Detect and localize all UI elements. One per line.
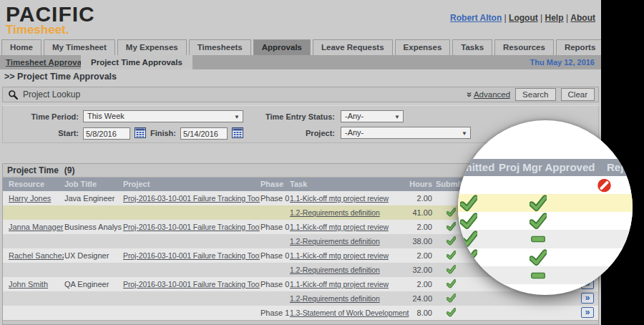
- clear-button[interactable]: Clear: [561, 88, 595, 101]
- tab-expenses[interactable]: Expenses: [395, 39, 451, 55]
- magnified-approved-dash-icon: [530, 272, 546, 278]
- brand-logo: PACIFIC Timesheet.: [6, 4, 95, 36]
- start-label: Start:: [4, 129, 79, 137]
- project-select[interactable]: -Any- ▼: [341, 127, 471, 139]
- link-about[interactable]: About: [570, 13, 595, 23]
- col-job-title: Job Title: [64, 178, 97, 191]
- link-help[interactable]: Help: [545, 13, 564, 23]
- tab-approvals[interactable]: Approvals: [253, 39, 311, 55]
- magnified-col-proj-mgr-approved: Proj Mgr Approved: [499, 159, 595, 176]
- job-title-cell: UX Designer: [64, 248, 122, 263]
- search-button[interactable]: Search: [515, 88, 555, 101]
- lookup-title: Project Lookup: [23, 87, 80, 102]
- dropdown-arrow-icon: ▼: [462, 128, 467, 139]
- subtab-timesheet-approvals[interactable]: Timesheet Approvals: [6, 55, 89, 69]
- time-entry-status-value: -Any-: [345, 112, 364, 120]
- start-date-input[interactable]: [83, 127, 130, 140]
- advanced-link[interactable]: » Advanced: [467, 90, 510, 99]
- user-name-link[interactable]: Robert Alton: [450, 13, 502, 23]
- dropdown-arrow-icon: ▼: [394, 112, 400, 122]
- job-title-cell: QA Engineer: [64, 277, 122, 291]
- magnified-approved-dash-icon: [530, 236, 546, 243]
- tab-leave-requests[interactable]: Leave Requests: [313, 39, 393, 55]
- magnified-row: [458, 248, 633, 266]
- magnifier-overlay: Submitted Proj Mgr Approved Rejected: [458, 120, 633, 295]
- magnified-submitted-check-icon: [460, 213, 477, 230]
- tab-tasks[interactable]: Tasks: [452, 39, 492, 55]
- link-separator: |: [564, 13, 571, 23]
- page-title: >> Project Time Approvals: [4, 72, 117, 82]
- resource-link[interactable]: Rachel Sanchez: [9, 248, 64, 263]
- magnified-rejected-icon: [597, 178, 612, 193]
- time-period-value: This Week: [87, 112, 125, 120]
- tab-resources[interactable]: Resources: [494, 39, 554, 55]
- project-link[interactable]: Proj-2016-03-10-001 Failure Tracking Too…: [123, 220, 260, 234]
- submitted-check-icon: [441, 279, 460, 288]
- magnified-approved-check-icon: [530, 249, 547, 266]
- phase-cell: Phase 0: [260, 277, 289, 291]
- main-tabs: HomeMy TimesheetMy ExpensesTimesheetsApp…: [1, 39, 644, 55]
- col-hours: Hours: [393, 178, 432, 191]
- col-resource: Resource: [9, 178, 44, 191]
- double-chevron-down-icon: »: [465, 92, 472, 97]
- project-link[interactable]: Proj-2016-03-10-001 Failure Tracking Too…: [123, 248, 260, 263]
- section-count: (9): [64, 165, 75, 175]
- col-phase: Phase: [260, 178, 283, 191]
- advanced-label[interactable]: Advanced: [474, 90, 510, 99]
- link-logout[interactable]: Logout: [509, 13, 538, 23]
- finish-label: Finish:: [143, 129, 176, 137]
- project-link[interactable]: Proj-2016-03-10-001 Failure Tracking Too…: [123, 277, 260, 291]
- col-task: Task: [290, 178, 307, 191]
- hours-cell: 38.00: [393, 234, 432, 248]
- project-label: Project:: [275, 129, 335, 137]
- submitted-check-icon: [441, 251, 460, 260]
- tab-home[interactable]: Home: [1, 39, 42, 55]
- submitted-check-icon: [441, 265, 460, 274]
- tab-timesheets[interactable]: Timesheets: [189, 39, 251, 55]
- time-period-select[interactable]: This Week ▼: [83, 110, 243, 122]
- hours-cell: 2.00: [393, 191, 432, 205]
- col-project: Project: [123, 178, 150, 191]
- magnified-approved-check-icon: [530, 213, 547, 230]
- user-links: Robert Alton | Logout | Help | About: [450, 13, 595, 23]
- hours-cell: 24.00: [393, 291, 432, 306]
- phase-cell: Phase 0: [260, 191, 289, 205]
- link-separator: |: [502, 13, 509, 23]
- time-entry-status-select[interactable]: -Any- ▼: [341, 110, 404, 122]
- tab-my-timesheet[interactable]: My Timesheet: [44, 39, 115, 55]
- row-expand-button[interactable]: »: [581, 293, 594, 304]
- submitted-check-icon: [441, 294, 460, 303]
- phase-cell: Phase 1: [260, 306, 289, 320]
- job-title-cell: Business Analyst: [64, 220, 122, 234]
- hours-cell: 2.00: [393, 220, 432, 234]
- hours-cell: 32.00: [393, 263, 432, 277]
- phase-cell: Phase 0: [260, 220, 289, 234]
- resource-link[interactable]: Janna Manager: [9, 220, 64, 234]
- brand-title: PACIFIC: [6, 4, 95, 25]
- tab-reports[interactable]: Reports: [556, 39, 604, 55]
- submitted-check-icon: [441, 308, 460, 317]
- calendar-icon[interactable]: [232, 127, 243, 138]
- tab-my-expenses[interactable]: My Expenses: [117, 39, 187, 55]
- subtab-bar: Timesheet Approvals Project Time Approva…: [0, 55, 601, 69]
- row-expand-button[interactable]: »: [581, 307, 594, 318]
- resource-link[interactable]: Harry Jones: [9, 191, 64, 205]
- magnified-submitted-check-icon: [460, 195, 477, 212]
- magnified-row: [458, 176, 633, 194]
- job-title-cell: Java Engineer: [64, 191, 122, 205]
- magnified-row: [458, 212, 633, 230]
- table-footer: [3, 320, 598, 324]
- subtab-project-time-approvals[interactable]: Project Time Approvals: [81, 55, 192, 69]
- time-entry-status-label: Time Entry Status:: [239, 112, 335, 121]
- magnified-row: [458, 230, 633, 248]
- brand-subtitle: Timesheet.: [6, 24, 95, 36]
- table-row: Phase 11.3-Statement of Work Development…: [3, 306, 598, 320]
- lookup-bar: Project Lookup » Advanced Search Clear: [2, 87, 599, 102]
- magnified-row: [458, 194, 633, 212]
- project-value: -Any-: [345, 128, 364, 137]
- project-link[interactable]: Proj-2016-03-10-001 Failure Tracking Too…: [123, 191, 260, 205]
- submitted-check-icon: [441, 236, 460, 246]
- resource-link[interactable]: John Smith: [9, 277, 64, 291]
- finish-date-input[interactable]: [180, 127, 228, 140]
- current-date: Thu May 12, 2016: [530, 55, 595, 69]
